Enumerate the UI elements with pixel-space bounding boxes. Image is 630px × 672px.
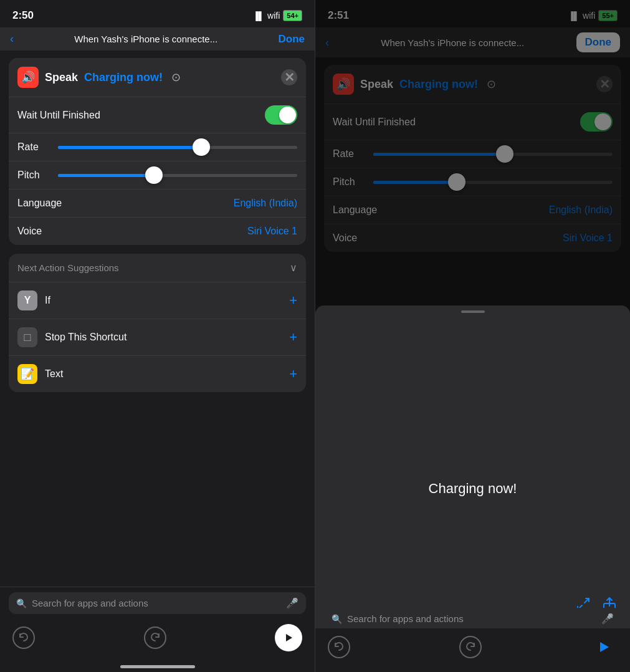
undo-button-right[interactable] — [328, 636, 350, 658]
search-icon-right: 🔍 — [332, 614, 342, 624]
suggestion-stop-left: □ Stop This Shortcut + — [9, 319, 306, 356]
voice-label-left: Voice — [17, 226, 42, 237]
undo-button-left[interactable] — [12, 626, 35, 649]
pitch-track-left[interactable] — [58, 174, 297, 177]
play-button-right[interactable] — [590, 633, 618, 661]
suggestions-header-left[interactable]: Next Action Suggestions ∨ — [9, 254, 306, 282]
suggestions-label-left: Next Action Suggestions — [17, 262, 119, 273]
voice-value-left[interactable]: Siri Voice 1 — [247, 226, 297, 237]
suggestion-if-left: Y If + — [9, 282, 306, 319]
battery-left: 54+ — [283, 10, 302, 21]
redo-button-left[interactable] — [144, 626, 166, 649]
dropdown-handle — [461, 310, 485, 313]
wait-label-left: Wait Until Finished — [17, 110, 100, 121]
nav-bar-left: ‹ When Yash's iPhone is connecte... Done — [0, 27, 315, 50]
suggestion-name-text: Text — [45, 368, 289, 380]
search-area-left: 🔍 Search for apps and actions 🎤 — [0, 587, 315, 619]
suggestion-icon-text: 📝 — [17, 364, 37, 384]
back-button-left[interactable]: ‹ — [10, 32, 14, 46]
pitch-fill-left — [58, 174, 154, 177]
suggestion-add-stop[interactable]: + — [289, 329, 297, 345]
svg-line-1 — [585, 598, 589, 603]
suggestion-text-left: 📝 Text + — [9, 356, 306, 392]
play-button-left[interactable] — [275, 624, 302, 651]
left-screen: 2:50 ▐▌ wifi 54+ ‹ When Yash's iPhone is… — [0, 0, 315, 672]
dropdown-overlay: Charging now! — [315, 0, 630, 672]
main-content-left: 🔊 Speak Charging now! ⊙ ✕ Wait Until Fin… — [0, 50, 315, 587]
language-row-left[interactable]: Language English (India) — [9, 190, 306, 218]
search-placeholder-right[interactable]: Search for apps and actions — [347, 613, 596, 624]
dropdown-card: Charging now! — [315, 305, 630, 672]
suggestion-name-if: If — [45, 295, 289, 306]
search-icon-left: 🔍 — [16, 598, 27, 608]
done-button-left[interactable]: Done — [279, 33, 305, 46]
action-icon-left: 🔊 — [17, 67, 39, 88]
action-chevron-left[interactable]: ⊙ — [171, 70, 181, 84]
bottom-toolbar-left — [0, 619, 315, 663]
search-bar-left: 🔍 Search for apps and actions 🎤 — [9, 592, 306, 614]
svg-marker-0 — [286, 634, 292, 641]
action-close-left[interactable]: ✕ — [281, 69, 297, 85]
pitch-row-left: Pitch — [9, 161, 306, 190]
dropdown-text: Charging now! — [416, 481, 530, 497]
action-title-left: Speak — [45, 71, 78, 84]
voice-row-left[interactable]: Voice Siri Voice 1 — [9, 218, 306, 245]
nav-title-left: When Yash's iPhone is connecte... — [20, 34, 272, 44]
rate-fill-left — [58, 146, 201, 149]
rate-row-left: Rate — [9, 133, 306, 161]
action-subtitle-left[interactable]: Charging now! — [84, 71, 163, 84]
suggestion-add-text[interactable]: + — [289, 366, 297, 382]
pitch-label-left: Pitch — [17, 170, 52, 181]
signal-icon-left: ▐▌ — [253, 11, 264, 21]
right-screen: 2:51 ▐▌ wifi 55+ ‹ When Yash's iPhone is… — [315, 0, 630, 672]
rate-label-left: Rate — [17, 142, 52, 153]
status-time-left: 2:50 — [12, 9, 34, 22]
screens-container: 2:50 ▐▌ wifi 54+ ‹ When Yash's iPhone is… — [0, 0, 630, 672]
svg-marker-5 — [600, 642, 609, 652]
search-placeholder-left[interactable]: Search for apps and actions — [32, 598, 281, 608]
rate-thumb-left[interactable] — [193, 138, 210, 156]
language-label-left: Language — [17, 198, 62, 209]
wait-toggle-knob-left — [279, 107, 296, 123]
search-bar-right: 🔍 Search for apps and actions 🎤 — [324, 608, 621, 630]
pitch-thumb-left[interactable] — [145, 166, 163, 184]
bottom-toolbar-right — [315, 628, 630, 672]
status-bar-left: 2:50 ▐▌ wifi 54+ — [0, 0, 315, 27]
mic-icon-left[interactable]: 🎤 — [286, 597, 298, 609]
suggestion-icon-stop: □ — [17, 327, 37, 347]
suggestion-name-stop: Stop This Shortcut — [45, 332, 289, 343]
mic-icon-right[interactable]: 🎤 — [601, 613, 614, 625]
suggestion-icon-if: Y — [17, 290, 37, 310]
wait-row-left: Wait Until Finished — [9, 97, 306, 133]
suggestion-add-if[interactable]: + — [289, 292, 297, 309]
language-value-left[interactable]: English (India) — [234, 198, 297, 209]
suggestions-section-left: Next Action Suggestions ∨ Y If + □ Stop … — [9, 254, 306, 392]
action-header-left: 🔊 Speak Charging now! ⊙ ✕ — [9, 58, 306, 97]
redo-button-right[interactable] — [459, 636, 482, 658]
rate-track-left[interactable] — [58, 146, 297, 149]
wait-toggle-left[interactable] — [265, 105, 297, 125]
wifi-icon-left: wifi — [267, 11, 280, 21]
status-icons-left: ▐▌ wifi 54+ — [253, 10, 302, 21]
home-indicator-left — [120, 665, 195, 668]
suggestions-chevron-left[interactable]: ∨ — [290, 262, 297, 274]
action-card-left: 🔊 Speak Charging now! ⊙ ✕ Wait Until Fin… — [9, 58, 306, 245]
